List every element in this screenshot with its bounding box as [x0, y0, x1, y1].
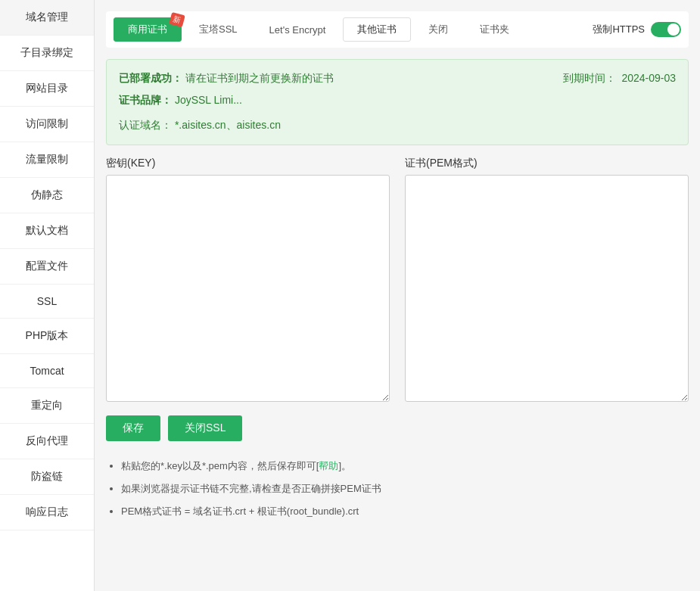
tab-close[interactable]: 关闭 — [414, 17, 462, 42]
help-link[interactable]: 帮助 — [319, 460, 338, 471]
sidebar-item-default-doc[interactable]: 默认文档 — [0, 213, 94, 249]
tips-list: 粘贴您的*.key以及*.pem内容，然后保存即可[帮助]。 如果浏览器提示证书… — [106, 456, 689, 521]
key-field: 密钥(KEY) — [106, 157, 390, 404]
sidebar-item-pseudo-static[interactable]: 伪静态 — [0, 178, 94, 213]
domain-label: 认证域名： — [119, 119, 172, 131]
key-label: 密钥(KEY) — [106, 157, 390, 170]
cert-row: 密钥(KEY) 证书(PEM格式) — [106, 157, 689, 404]
cert-textarea[interactable] — [405, 175, 689, 402]
sidebar-item-config-file[interactable]: 配置文件 — [0, 249, 94, 285]
tab-baota-ssl[interactable]: 宝塔SSL — [185, 17, 252, 42]
sidebar-item-access-limit[interactable]: 访问限制 — [0, 107, 94, 142]
tip-item-2: 如果浏览器提示证书链不完整,请检查是否正确拼接PEM证书 — [121, 479, 689, 499]
banner-status-text: 已部署成功： — [119, 72, 182, 84]
tip-item-1: 粘贴您的*.key以及*.pem内容，然后保存即可[帮助]。 — [121, 456, 689, 476]
tab-lets-encrypt[interactable]: Let's Encrypt — [255, 19, 341, 41]
sidebar-item-redirect[interactable]: 重定向 — [0, 388, 94, 424]
expiry-label: 到期时间： — [563, 72, 616, 84]
key-textarea[interactable] — [106, 175, 390, 402]
domain-value: *.aisites.cn、aisites.cn — [175, 119, 281, 131]
tab-commercial-cert[interactable]: 商用证书 新 — [114, 17, 182, 42]
sidebar-item-site-dir[interactable]: 网站目录 — [0, 71, 94, 107]
sidebar-item-subdir-bind[interactable]: 子目录绑定 — [0, 36, 94, 71]
sidebar-item-hotlink-protect[interactable]: 防盗链 — [0, 459, 94, 495]
tip-item-3: PEM格式证书 = 域名证书.crt + 根证书(root_bundle).cr… — [121, 502, 689, 521]
brand-label: 证书品牌： — [119, 94, 172, 106]
force-https-toggle-area: 强制HTTPS — [593, 22, 681, 37]
tabs-bar: 商用证书 新 宝塔SSL Let's Encrypt 其他证书 关闭 证书夹 强… — [106, 11, 689, 48]
force-https-toggle[interactable] — [651, 22, 681, 37]
banner-expiry: 到期时间： 2024-09-03 — [563, 69, 676, 88]
force-https-label: 强制HTTPS — [593, 23, 645, 36]
main-content: 商用证书 新 宝塔SSL Let's Encrypt 其他证书 关闭 证书夹 强… — [95, 0, 700, 591]
button-row: 保存 关闭SSL — [106, 415, 689, 441]
tab-cert-folder[interactable]: 证书夹 — [465, 17, 524, 42]
tab-other-cert[interactable]: 其他证书 — [343, 17, 411, 42]
banner-message: 请在证书到期之前更换新的证书 — [185, 72, 334, 84]
tab-badge-new: 新 — [169, 12, 185, 27]
save-button[interactable]: 保存 — [106, 415, 160, 441]
sidebar-item-traffic-limit[interactable]: 流量限制 — [0, 142, 94, 178]
sidebar-item-ssl[interactable]: SSL — [0, 285, 94, 319]
sidebar-item-domain-mgmt[interactable]: 域名管理 — [0, 0, 94, 36]
brand-value: JoySSL Limi... — [175, 94, 242, 106]
sidebar-item-response-log[interactable]: 响应日志 — [0, 495, 94, 530]
sidebar-item-tomcat[interactable]: Tomcat — [0, 354, 94, 388]
cert-label: 证书(PEM格式) — [405, 157, 689, 170]
sidebar-item-php-version[interactable]: PHP版本 — [0, 319, 94, 354]
close-ssl-button[interactable]: 关闭SSL — [168, 415, 242, 441]
cert-field: 证书(PEM格式) — [405, 157, 689, 404]
expiry-value: 2024-09-03 — [621, 72, 676, 84]
sidebar-item-reverse-proxy[interactable]: 反向代理 — [0, 424, 94, 459]
success-banner: 已部署成功： 请在证书到期之前更换新的证书 到期时间： 2024-09-03 证… — [106, 59, 689, 145]
sidebar: 域名管理 子目录绑定 网站目录 访问限制 流量限制 伪静态 默认文档 配置文件 … — [0, 0, 95, 591]
